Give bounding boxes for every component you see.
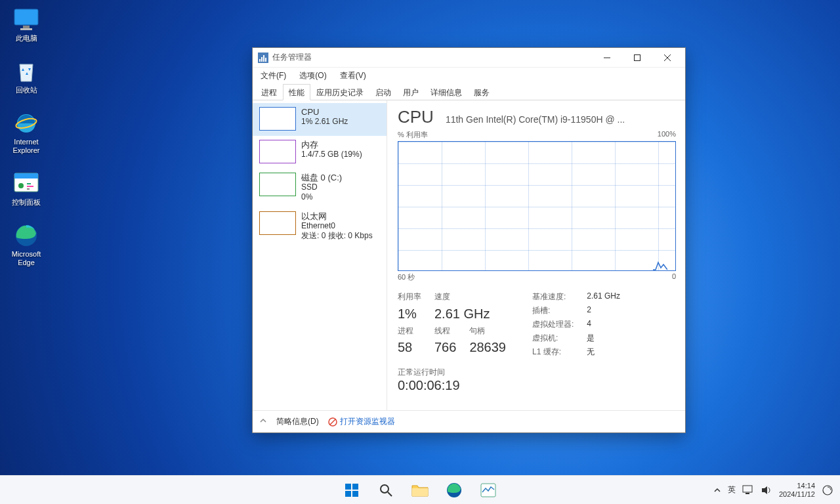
collapse-toggle[interactable]	[259, 417, 267, 427]
sockets-label: 插槽:	[532, 305, 574, 316]
ie-icon	[13, 110, 39, 136]
app-icon	[258, 52, 268, 63]
tray-volume[interactable]	[761, 485, 772, 495]
desktop-icon-label: 回收站	[16, 86, 37, 94]
sidebar-eth-title: 以太网	[301, 211, 373, 221]
svg-rect-8	[27, 183, 31, 184]
close-button[interactable]	[652, 48, 682, 68]
tab-startup[interactable]: 启动	[369, 84, 397, 100]
volume-icon	[761, 485, 772, 495]
cpu-graph[interactable]	[398, 141, 676, 271]
svg-point-27	[381, 485, 388, 493]
desktop-icon-recycle-bin[interactable]: 回收站	[4, 58, 49, 94]
desktop-icons: 此电脑 回收站 Internet Explorer 控制面板 Microsoft…	[4, 7, 49, 267]
vm-value: 是	[587, 333, 620, 344]
tab-performance[interactable]: 性能	[283, 84, 310, 100]
sockets-value: 2	[587, 305, 620, 316]
handle-value: 28639	[469, 340, 506, 358]
eth-mini-graph	[259, 211, 296, 235]
system-tray: 英 14:14 2024/11/12	[713, 482, 840, 499]
proc-value: 58	[398, 340, 421, 358]
minimize-button[interactable]	[592, 48, 622, 68]
desktop-icon-control-panel[interactable]: 控制面板	[4, 171, 49, 207]
menu-file[interactable]: 文件(F)	[258, 69, 289, 83]
l1-label: L1 缓存:	[532, 346, 574, 358]
tab-app-history[interactable]: 应用历史记录	[310, 84, 369, 100]
svg-rect-10	[27, 188, 30, 190]
sidebar-disk-title: 磁盘 0 (C:)	[301, 173, 342, 182]
svg-line-28	[388, 492, 392, 496]
tray-monitor-icon[interactable]	[742, 485, 754, 495]
sidebar-item-disk[interactable]: 磁盘 0 (C:) SSD 0%	[253, 169, 387, 207]
ime-indicator[interactable]: 英	[728, 484, 736, 495]
sidebar-cpu-sub: 1% 2.61 GHz	[301, 117, 348, 127]
svg-rect-0	[14, 9, 38, 25]
svg-rect-29	[412, 488, 428, 496]
sidebar-eth-l2: 发送: 0 接收: 0 Kbps	[301, 231, 373, 241]
task-manager-icon	[480, 483, 496, 497]
cpu-mini-graph	[259, 107, 296, 131]
tab-processes[interactable]: 进程	[255, 84, 283, 100]
maximize-button[interactable]	[622, 48, 652, 68]
edge-icon	[13, 222, 39, 249]
monitor-icon	[742, 485, 754, 495]
svg-rect-13	[259, 59, 261, 62]
graph-line	[653, 259, 667, 270]
windows-icon	[344, 482, 360, 498]
desktop-icon-label: Internet Explorer	[4, 138, 49, 155]
main-panel: CPU 11th Gen Intel(R) Core(TM) i9-11950H…	[387, 100, 685, 410]
memory-mini-graph	[259, 140, 296, 163]
taskbar-task-manager[interactable]	[475, 477, 501, 503]
taskbar-explorer[interactable]	[407, 477, 433, 503]
vproc-value: 4	[587, 319, 620, 330]
resource-monitor-icon	[328, 417, 337, 427]
sidebar-disk-l2: 0%	[301, 192, 342, 202]
graph-grid	[398, 142, 675, 270]
taskbar-center	[339, 477, 501, 503]
svg-rect-16	[265, 58, 266, 62]
svg-rect-9	[27, 186, 33, 187]
tab-services[interactable]: 服务	[468, 84, 495, 100]
monitor-icon	[13, 7, 39, 33]
titlebar[interactable]: 任务管理器	[253, 48, 685, 68]
taskbar-edge[interactable]	[441, 477, 467, 503]
recycle-bin-icon	[13, 58, 39, 85]
desktop-icon-this-pc[interactable]: 此电脑	[4, 7, 49, 43]
svg-rect-24	[352, 484, 358, 490]
folder-icon	[411, 483, 429, 497]
desktop-icon-label: 此电脑	[16, 34, 37, 43]
menu-view[interactable]: 查看(V)	[337, 69, 369, 83]
sidebar-item-ethernet[interactable]: 以太网 Ethernet0 发送: 0 接收: 0 Kbps	[253, 207, 387, 246]
svg-rect-33	[746, 493, 749, 494]
search-icon	[379, 483, 393, 497]
sidebar-item-memory[interactable]: 内存 1.4/7.5 GB (19%)	[253, 136, 387, 169]
menu-options[interactable]: 选项(O)	[297, 69, 329, 83]
open-resource-monitor[interactable]: 打开资源监视器	[328, 416, 395, 427]
clock-date: 2024/11/12	[779, 490, 815, 499]
svg-point-7	[18, 183, 24, 188]
taskbar-clock[interactable]: 14:14 2024/11/12	[779, 482, 815, 499]
sidebar-item-cpu[interactable]: CPU 1% 2.61 GHz	[253, 103, 387, 136]
window-title: 任务管理器	[272, 52, 592, 63]
sidebar: CPU 1% 2.61 GHz 内存 1.4/7.5 GB (19%) 磁盘 0…	[253, 100, 387, 410]
svg-rect-25	[345, 491, 351, 497]
taskbar-search[interactable]	[373, 477, 399, 503]
tab-users[interactable]: 用户	[397, 84, 425, 100]
sidebar-mem-sub: 1.4/7.5 GB (19%)	[301, 150, 362, 159]
disk-mini-graph	[259, 173, 296, 196]
desktop-icon-ie[interactable]: Internet Explorer	[4, 110, 49, 155]
tray-overflow[interactable]	[713, 486, 721, 494]
svg-rect-1	[23, 26, 30, 28]
tray-notifications[interactable]	[822, 484, 833, 496]
thread-value: 766	[434, 340, 456, 358]
chevron-up-icon	[259, 417, 267, 425]
clock-time: 14:14	[779, 482, 815, 490]
start-button[interactable]	[339, 477, 365, 503]
tab-details[interactable]: 详细信息	[425, 84, 468, 100]
svg-rect-18	[635, 54, 640, 60]
tabs: 进程 性能 应用历史记录 启动 用户 详细信息 服务	[253, 83, 685, 100]
sidebar-mem-title: 内存	[301, 140, 362, 150]
edge-icon	[446, 482, 462, 498]
fewer-details[interactable]: 简略信息(D)	[276, 416, 319, 427]
desktop-icon-edge[interactable]: Microsoft Edge	[4, 222, 49, 267]
